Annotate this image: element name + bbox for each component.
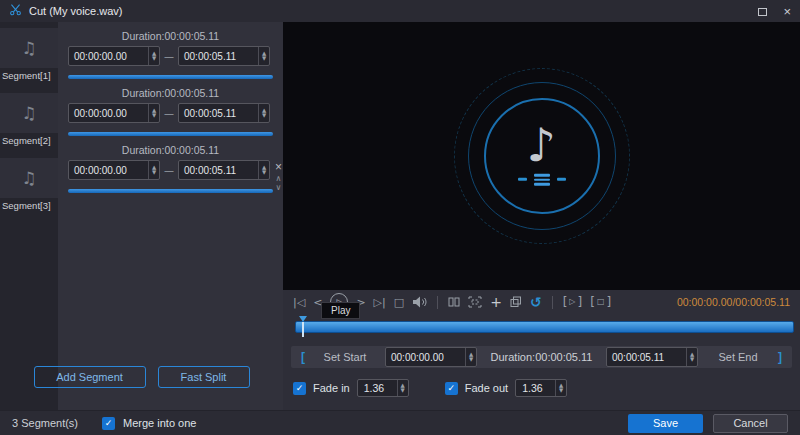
skip-start-icon[interactable]: |◁ <box>293 297 305 308</box>
timeline-slider[interactable] <box>295 321 794 333</box>
window-title: Cut (My voice.wav) <box>29 5 123 17</box>
time-spinner[interactable]: ▲▼ <box>148 104 159 122</box>
set-start-button[interactable]: Set Start <box>313 351 377 363</box>
play-segment-icon[interactable]: [▷] <box>563 296 583 308</box>
save-button[interactable]: Save <box>628 414 703 433</box>
trim-end-input[interactable]: 00:00:05.11 ▲▼ <box>606 347 698 367</box>
fade-out-checkbox[interactable]: ✓ <box>445 382 458 395</box>
fade-in-input[interactable]: 1.36 ▲▼ <box>357 379 409 397</box>
skip-end-icon[interactable]: ▷| <box>374 297 386 308</box>
segment1-start-input[interactable]: 00:00:00.00 ▲▼ <box>68 46 160 66</box>
fade-in-label: Fade in <box>313 382 350 394</box>
merge-label: Merge into one <box>123 417 196 429</box>
segment3-end-input[interactable]: 00:00:05.11 ▲▼ <box>178 160 270 180</box>
stop-button[interactable]: □ <box>394 297 404 308</box>
trim-controls: [ Set Start 00:00:00.00 ▲▼ Duration:00:0… <box>291 346 792 368</box>
spinner-down-icon: ▼ <box>398 388 408 393</box>
toolbar-separator <box>552 296 553 309</box>
segment-thumbnail-label: Segment[3] <box>0 198 58 211</box>
playhead[interactable] <box>298 316 307 337</box>
time-spinner[interactable]: ▲▼ <box>465 348 476 366</box>
segment1-end-input[interactable]: 00:00:05.11 ▲▼ <box>178 46 270 66</box>
number-spinner[interactable]: ▲▼ <box>555 380 566 396</box>
music-note-icon: ♫ <box>21 103 36 123</box>
segment-thumbnail-2[interactable]: ♫ Segment[2] <box>0 93 58 146</box>
number-spinner[interactable]: ▲▼ <box>397 380 408 396</box>
volume-icon[interactable] <box>412 296 427 308</box>
segment-thumbnail-strip: ♫ Segment[1] ♫ Segment[2] ♫ Segment[3] <box>0 22 58 410</box>
fast-split-button[interactable]: Fast Split <box>158 366 250 388</box>
toolbar-separator <box>437 296 438 309</box>
timeline-section: Play <box>283 316 800 336</box>
set-start-bracket: [ <box>301 350 305 364</box>
segment-thumbnail-label: Segment[2] <box>0 133 58 146</box>
fade-out-label: Fade out <box>465 382 508 394</box>
segment-duration-label: Duration:00:00:05.11 <box>68 144 273 156</box>
delete-segment-icon[interactable]: × <box>275 160 282 174</box>
segment2-start-input[interactable]: 00:00:00.00 ▲▼ <box>68 103 160 123</box>
range-dash: — <box>164 51 174 62</box>
spinner-down-icon: ▼ <box>687 357 697 362</box>
time-spinner[interactable]: ▲▼ <box>686 348 697 366</box>
spinner-down-icon: ▼ <box>259 170 269 175</box>
crop-icon[interactable] <box>468 296 482 308</box>
trim-duration-label: Duration:00:00:05.11 <box>485 351 598 363</box>
segment3-start-input[interactable]: 00:00:00.00 ▲▼ <box>68 160 160 180</box>
segment-thumbnail-3[interactable]: ♫ Segment[3] <box>0 158 58 211</box>
trim-start-input[interactable]: 00:00:00.00 ▲▼ <box>385 347 477 367</box>
split-icon[interactable] <box>448 296 460 308</box>
close-button[interactable]: × <box>783 5 791 18</box>
segment-duration-label: Duration:00:00:05.11 <box>68 87 273 99</box>
spinner-down-icon: ▼ <box>149 56 159 61</box>
segment-row: Duration:00:00:05.11 00:00:00.00 ▲▼ — 00… <box>68 87 273 136</box>
move-up-icon[interactable]: ∧ <box>276 174 282 183</box>
segment-thumbnail-label: Segment[1] <box>0 68 58 81</box>
maximize-button[interactable] <box>758 2 767 20</box>
segment-duration-label: Duration:00:00:05.11 <box>68 30 273 42</box>
spinner-down-icon: ▼ <box>259 56 269 61</box>
music-note-icon: ♫ <box>21 168 36 188</box>
fade-in-checkbox[interactable]: ✓ <box>293 382 306 395</box>
time-spinner[interactable]: ▲▼ <box>148 161 159 179</box>
segment-range-bar[interactable] <box>68 75 273 79</box>
music-note-icon: ♪ <box>527 122 556 168</box>
move-down-icon[interactable]: ∨ <box>276 183 282 192</box>
segment-range-bar[interactable] <box>68 132 273 136</box>
spinner-down-icon: ▼ <box>149 113 159 118</box>
add-segment-icon[interactable]: + <box>490 295 502 309</box>
footer-bar: 3 Segment(s) ✓ Merge into one Save Cance… <box>0 410 800 435</box>
scissors-icon <box>9 2 22 20</box>
fade-out-input[interactable]: 1.36 ▲▼ <box>515 379 567 397</box>
time-spinner[interactable]: ▲▼ <box>258 104 269 122</box>
spinner-down-icon: ▼ <box>149 170 159 175</box>
set-end-bracket: ] <box>778 350 782 364</box>
spinner-down-icon: ▼ <box>259 113 269 118</box>
set-end-button[interactable]: Set End <box>706 351 770 363</box>
equalizer-marks <box>518 174 566 186</box>
play-tooltip: Play <box>321 302 360 319</box>
segments-sidebar: ♫ Segment[1] ♫ Segment[2] ♫ Segment[3] D… <box>0 22 283 410</box>
cancel-button[interactable]: Cancel <box>713 414 788 433</box>
segment-thumbnail-1[interactable]: ♫ Segment[1] <box>0 28 58 81</box>
copy-segment-icon[interactable] <box>510 296 522 308</box>
time-spinner[interactable]: ▲▼ <box>258 47 269 65</box>
spinner-down-icon: ▼ <box>466 357 476 362</box>
segment-row: Duration:00:00:05.11 00:00:00.00 ▲▼ — 00… <box>68 30 273 79</box>
segment2-end-input[interactable]: 00:00:05.11 ▲▼ <box>178 103 270 123</box>
segment-row: Duration:00:00:05.11 00:00:00.00 ▲▼ — 00… <box>68 144 273 193</box>
time-spinner[interactable]: ▲▼ <box>148 47 159 65</box>
add-segment-button[interactable]: Add Segment <box>34 366 146 388</box>
merge-checkbox[interactable]: ✓ <box>102 417 115 430</box>
segment-range-bar[interactable] <box>68 189 273 193</box>
preview-pane: ♪ |◁ < ▷ > ▷| □ <box>283 22 800 410</box>
fade-controls: ✓ Fade in 1.36 ▲▼ ✓ Fade out 1.36 ▲▼ <box>283 377 800 399</box>
titlebar: Cut (My voice.wav) × <box>0 0 800 22</box>
time-spinner[interactable]: ▲▼ <box>258 161 269 179</box>
range-dash: — <box>164 108 174 119</box>
stop-segment-icon[interactable]: [□] <box>590 296 611 308</box>
time-display: 00:00:00.00/00:00:05.11 <box>677 296 790 308</box>
reset-icon[interactable]: ↺ <box>530 295 542 309</box>
range-dash: — <box>164 165 174 176</box>
audio-visualization: ♪ <box>452 66 632 246</box>
spinner-down-icon: ▼ <box>556 388 566 393</box>
